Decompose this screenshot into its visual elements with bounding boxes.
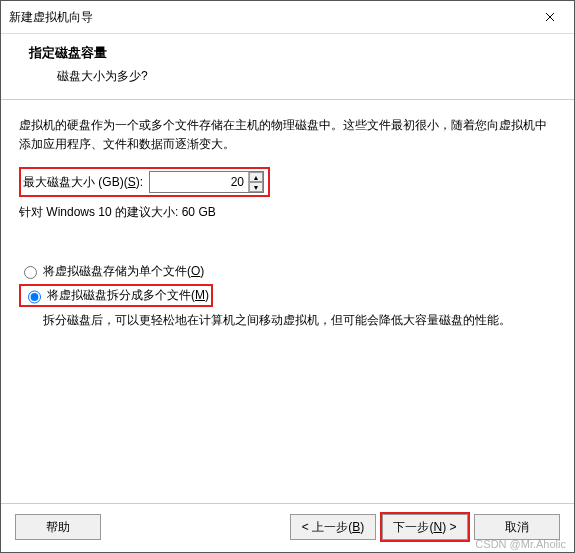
radio-single-file[interactable]: 将虚拟磁盘存储为单个文件(O) — [19, 262, 554, 281]
radio-single-file-input[interactable] — [24, 266, 37, 279]
radio-single-file-label: 将虚拟磁盘存储为单个文件(O) — [43, 262, 204, 281]
close-icon[interactable] — [536, 7, 564, 27]
titlebar: 新建虚拟机向导 — [1, 1, 574, 34]
radio-split-highlight: 将虚拟磁盘拆分成多个文件(M) — [19, 284, 213, 307]
radio-split-files-input[interactable] — [28, 289, 41, 305]
radio-split-files-label: 将虚拟磁盘拆分成多个文件(M) — [47, 286, 209, 305]
wizard-content: 虚拟机的硬盘作为一个或多个文件存储在主机的物理磁盘中。这些文件最初很小，随着您向… — [1, 100, 574, 503]
size-recommendation: 针对 Windows 10 的建议大小: 60 GB — [19, 203, 554, 222]
next-button[interactable]: 下一步(N) > — [382, 514, 468, 540]
spinner-buttons: ▲ ▼ — [248, 172, 263, 192]
wizard-header: 指定磁盘容量 磁盘大小为多少? — [1, 34, 574, 100]
wizard-window: 新建虚拟机向导 指定磁盘容量 磁盘大小为多少? 虚拟机的硬盘作为一个或多个文件存… — [0, 0, 575, 553]
page-title: 指定磁盘容量 — [29, 44, 560, 62]
disk-size-label: 最大磁盘大小 (GB)(S): — [21, 173, 143, 192]
page-subtitle: 磁盘大小为多少? — [57, 68, 560, 85]
disk-description: 虚拟机的硬盘作为一个或多个文件存储在主机的物理磁盘中。这些文件最初很小，随着您向… — [19, 116, 554, 153]
window-title: 新建虚拟机向导 — [9, 9, 93, 26]
disk-size-spinner[interactable]: ▲ ▼ — [149, 171, 264, 193]
radio-split-files[interactable]: 将虚拟磁盘拆分成多个文件(M) — [19, 284, 554, 307]
help-button[interactable]: 帮助 — [15, 514, 101, 540]
spinner-up-icon[interactable]: ▲ — [249, 172, 263, 182]
back-button[interactable]: < 上一步(B) — [290, 514, 376, 540]
cancel-button[interactable]: 取消 — [474, 514, 560, 540]
split-description: 拆分磁盘后，可以更轻松地在计算机之间移动虚拟机，但可能会降低大容量磁盘的性能。 — [43, 311, 554, 330]
disk-size-row: 最大磁盘大小 (GB)(S): ▲ ▼ — [19, 167, 270, 197]
wizard-footer: 帮助 < 上一步(B) 下一步(N) > 取消 — [1, 503, 574, 552]
spinner-down-icon[interactable]: ▼ — [249, 182, 263, 192]
disk-size-input[interactable] — [150, 172, 248, 192]
